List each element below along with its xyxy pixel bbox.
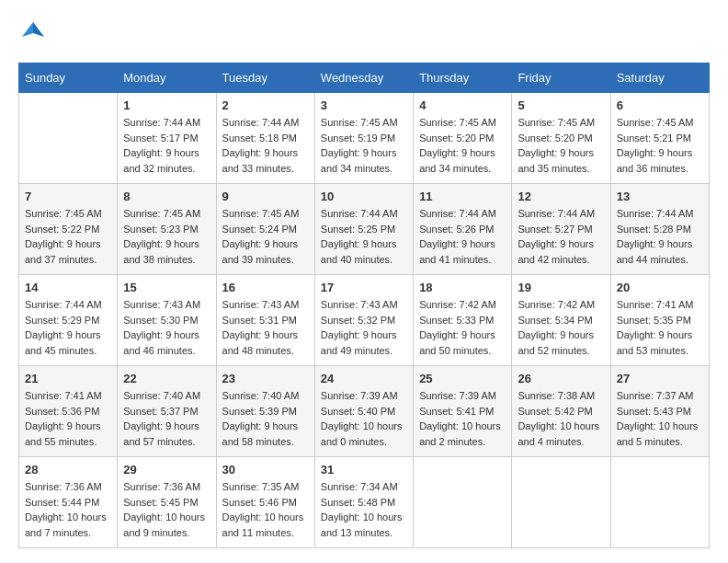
calendar-cell: 19Sunrise: 7:42 AM Sunset: 5:34 PM Dayli…: [512, 275, 610, 366]
day-number: 12: [518, 190, 604, 203]
day-info: Sunrise: 7:45 AM Sunset: 5:23 PM Dayligh…: [123, 206, 210, 267]
calendar-header: SundayMondayTuesdayWednesdayThursdayFrid…: [19, 63, 710, 93]
day-number: 17: [321, 281, 407, 294]
calendar-cell: 11Sunrise: 7:44 AM Sunset: 5:26 PM Dayli…: [414, 184, 512, 275]
calendar-cell: 6Sunrise: 7:45 AM Sunset: 5:21 PM Daylig…: [610, 93, 709, 184]
day-info: Sunrise: 7:36 AM Sunset: 5:45 PM Dayligh…: [123, 479, 210, 540]
calendar-cell: [512, 457, 610, 548]
day-of-week-header: Friday: [512, 63, 610, 93]
day-info: Sunrise: 7:38 AM Sunset: 5:42 PM Dayligh…: [518, 388, 604, 449]
day-of-week-header: Wednesday: [314, 63, 413, 93]
day-number: 10: [321, 190, 407, 203]
day-number: 11: [419, 190, 506, 203]
calendar-cell: 18Sunrise: 7:42 AM Sunset: 5:33 PM Dayli…: [414, 275, 512, 366]
day-number: 13: [617, 190, 703, 203]
calendar-week-row: 14Sunrise: 7:44 AM Sunset: 5:29 PM Dayli…: [19, 275, 710, 366]
calendar-week-row: 7Sunrise: 7:45 AM Sunset: 5:22 PM Daylig…: [19, 184, 710, 275]
calendar-cell: 23Sunrise: 7:40 AM Sunset: 5:39 PM Dayli…: [216, 366, 314, 457]
calendar-cell: 7Sunrise: 7:45 AM Sunset: 5:22 PM Daylig…: [19, 184, 118, 275]
calendar-cell: 8Sunrise: 7:45 AM Sunset: 5:23 PM Daylig…: [118, 184, 216, 275]
calendar-cell: 3Sunrise: 7:45 AM Sunset: 5:19 PM Daylig…: [314, 93, 413, 184]
calendar-cell: 21Sunrise: 7:41 AM Sunset: 5:36 PM Dayli…: [19, 366, 118, 457]
day-number: 25: [419, 372, 506, 385]
page-header: [18, 18, 710, 48]
day-number: 15: [123, 281, 210, 294]
calendar-cell: 30Sunrise: 7:35 AM Sunset: 5:46 PM Dayli…: [216, 457, 314, 548]
day-number: 23: [222, 372, 309, 385]
day-info: Sunrise: 7:44 AM Sunset: 5:28 PM Dayligh…: [617, 206, 703, 267]
calendar-cell: 29Sunrise: 7:36 AM Sunset: 5:45 PM Dayli…: [118, 457, 216, 548]
day-number: 27: [617, 372, 703, 385]
day-of-week-header: Sunday: [19, 63, 118, 93]
day-info: Sunrise: 7:44 AM Sunset: 5:29 PM Dayligh…: [25, 297, 111, 358]
day-info: Sunrise: 7:42 AM Sunset: 5:34 PM Dayligh…: [518, 297, 604, 358]
calendar-cell: 14Sunrise: 7:44 AM Sunset: 5:29 PM Dayli…: [19, 275, 118, 366]
day-number: 26: [518, 372, 604, 385]
day-info: Sunrise: 7:44 AM Sunset: 5:26 PM Dayligh…: [419, 206, 506, 267]
day-number: 14: [25, 281, 111, 294]
day-number: 21: [25, 372, 111, 385]
calendar-cell: 15Sunrise: 7:43 AM Sunset: 5:30 PM Dayli…: [118, 275, 216, 366]
day-info: Sunrise: 7:43 AM Sunset: 5:31 PM Dayligh…: [222, 297, 309, 358]
day-info: Sunrise: 7:42 AM Sunset: 5:33 PM Dayligh…: [419, 297, 506, 358]
day-number: 5: [518, 98, 604, 112]
day-number: 8: [123, 190, 210, 203]
logo: [18, 18, 51, 48]
day-info: Sunrise: 7:45 AM Sunset: 5:20 PM Dayligh…: [419, 115, 506, 176]
day-info: Sunrise: 7:45 AM Sunset: 5:21 PM Dayligh…: [617, 115, 703, 176]
calendar-cell: 25Sunrise: 7:39 AM Sunset: 5:41 PM Dayli…: [414, 366, 512, 457]
day-number: 4: [419, 98, 506, 112]
day-info: Sunrise: 7:35 AM Sunset: 5:46 PM Dayligh…: [222, 479, 309, 540]
day-number: 31: [321, 463, 407, 477]
calendar-cell: 17Sunrise: 7:43 AM Sunset: 5:32 PM Dayli…: [314, 275, 413, 366]
day-of-week-header: Saturday: [610, 63, 709, 93]
day-info: Sunrise: 7:34 AM Sunset: 5:48 PM Dayligh…: [321, 479, 407, 540]
day-number: 28: [25, 463, 111, 477]
calendar-cell: 20Sunrise: 7:41 AM Sunset: 5:35 PM Dayli…: [610, 275, 709, 366]
day-number: 1: [123, 98, 210, 112]
day-number: 22: [123, 372, 210, 385]
day-info: Sunrise: 7:40 AM Sunset: 5:37 PM Dayligh…: [123, 388, 210, 449]
calendar-cell: 28Sunrise: 7:36 AM Sunset: 5:44 PM Dayli…: [19, 457, 118, 548]
day-info: Sunrise: 7:43 AM Sunset: 5:30 PM Dayligh…: [123, 297, 210, 358]
day-number: 2: [222, 98, 309, 112]
day-info: Sunrise: 7:44 AM Sunset: 5:17 PM Dayligh…: [123, 115, 210, 176]
calendar-cell: 27Sunrise: 7:37 AM Sunset: 5:43 PM Dayli…: [610, 366, 709, 457]
day-info: Sunrise: 7:43 AM Sunset: 5:32 PM Dayligh…: [321, 297, 407, 358]
day-info: Sunrise: 7:40 AM Sunset: 5:39 PM Dayligh…: [222, 388, 309, 449]
calendar-cell: 5Sunrise: 7:45 AM Sunset: 5:20 PM Daylig…: [512, 93, 610, 184]
calendar-cell: 4Sunrise: 7:45 AM Sunset: 5:20 PM Daylig…: [414, 93, 512, 184]
day-number: 6: [617, 98, 703, 112]
day-of-week-header: Monday: [118, 63, 216, 93]
calendar-cell: [414, 457, 512, 548]
days-of-week-row: SundayMondayTuesdayWednesdayThursdayFrid…: [19, 63, 710, 93]
day-info: Sunrise: 7:45 AM Sunset: 5:24 PM Dayligh…: [222, 206, 309, 267]
svg-marker-1: [22, 22, 33, 37]
day-info: Sunrise: 7:41 AM Sunset: 5:36 PM Dayligh…: [25, 388, 111, 449]
logo-icon: [18, 18, 48, 48]
day-number: 18: [419, 281, 506, 294]
day-of-week-header: Thursday: [414, 63, 512, 93]
calendar-cell: 2Sunrise: 7:44 AM Sunset: 5:18 PM Daylig…: [216, 93, 314, 184]
day-info: Sunrise: 7:39 AM Sunset: 5:41 PM Dayligh…: [419, 388, 506, 449]
day-info: Sunrise: 7:37 AM Sunset: 5:43 PM Dayligh…: [617, 388, 703, 449]
day-info: Sunrise: 7:44 AM Sunset: 5:25 PM Dayligh…: [321, 206, 407, 267]
calendar-cell: 31Sunrise: 7:34 AM Sunset: 5:48 PM Dayli…: [314, 457, 413, 548]
svg-marker-0: [33, 22, 44, 37]
day-number: 20: [617, 281, 703, 294]
day-info: Sunrise: 7:41 AM Sunset: 5:35 PM Dayligh…: [617, 297, 703, 358]
day-of-week-header: Tuesday: [216, 63, 314, 93]
day-number: 16: [222, 281, 309, 294]
day-number: 7: [25, 190, 111, 203]
day-info: Sunrise: 7:45 AM Sunset: 5:19 PM Dayligh…: [321, 115, 407, 176]
calendar-cell: 26Sunrise: 7:38 AM Sunset: 5:42 PM Dayli…: [512, 366, 610, 457]
day-number: 9: [222, 190, 309, 203]
day-number: 24: [321, 372, 407, 385]
day-info: Sunrise: 7:45 AM Sunset: 5:20 PM Dayligh…: [518, 115, 604, 176]
day-info: Sunrise: 7:39 AM Sunset: 5:40 PM Dayligh…: [321, 388, 407, 449]
calendar-cell: [19, 93, 118, 184]
calendar-week-row: 21Sunrise: 7:41 AM Sunset: 5:36 PM Dayli…: [19, 366, 710, 457]
calendar-body: 1Sunrise: 7:44 AM Sunset: 5:17 PM Daylig…: [19, 93, 710, 548]
day-info: Sunrise: 7:44 AM Sunset: 5:27 PM Dayligh…: [518, 206, 604, 267]
calendar-cell: 13Sunrise: 7:44 AM Sunset: 5:28 PM Dayli…: [610, 184, 709, 275]
